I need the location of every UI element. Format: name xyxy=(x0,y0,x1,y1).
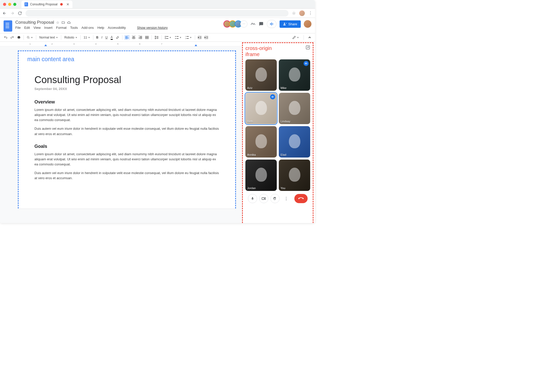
align-right-button[interactable] xyxy=(137,35,143,40)
meet-sidebar: cross-origin iframe AzizMikeBethLindsayA… xyxy=(242,42,313,223)
menu-edit[interactable]: Edit xyxy=(24,26,30,30)
italic-button[interactable]: I xyxy=(100,35,104,40)
raise-hand-button[interactable] xyxy=(270,194,280,203)
print-button[interactable] xyxy=(16,35,22,40)
align-left-button[interactable] xyxy=(124,35,130,40)
collaborator-avatars[interactable]: ⋯ xyxy=(225,20,247,28)
participant-name: Elad xyxy=(281,153,286,156)
activity-icon[interactable] xyxy=(250,22,256,26)
underline-button[interactable]: U xyxy=(104,35,109,40)
video-tile[interactable]: Beth xyxy=(245,93,277,124)
numbered-list-button[interactable]: 12▼ xyxy=(184,35,193,40)
menu-view[interactable]: View xyxy=(33,26,41,30)
video-tile[interactable]: Jordan xyxy=(245,160,277,191)
editing-mode-button[interactable]: ▼ xyxy=(291,35,300,40)
browser-tab[interactable]: Consulting Proposal ✕ xyxy=(21,1,72,8)
svg-rect-5 xyxy=(165,36,166,37)
paragraph[interactable]: Duis autem vel eum iriure dolor in hendr… xyxy=(34,171,219,181)
mute-button[interactable] xyxy=(248,194,257,203)
menu-accessibility[interactable]: Accessibility xyxy=(108,26,126,30)
participant-name: Jordan xyxy=(247,187,256,190)
account-avatar[interactable] xyxy=(304,20,311,28)
url-input[interactable] xyxy=(26,10,288,17)
zoom-dropdown[interactable]: ▼ xyxy=(25,35,34,40)
svg-text:2: 2 xyxy=(185,38,186,39)
svg-text:1: 1 xyxy=(185,36,186,37)
align-center-button[interactable] xyxy=(131,35,137,40)
comments-icon[interactable] xyxy=(259,22,264,26)
formatting-toolbar: ▼ Normal text▼ Roboto▼ 11▼ B I U A ▼ ▼ 1… xyxy=(0,33,315,42)
document-page[interactable]: main content area Consulting Proposal Se… xyxy=(18,50,236,208)
paragraph[interactable]: Lorem ipsum dolor sit amet, consectetuer… xyxy=(34,107,219,123)
window-controls xyxy=(3,3,16,6)
section-heading[interactable]: Goals xyxy=(34,144,219,149)
indent-decrease-button[interactable] xyxy=(197,35,203,40)
video-tile[interactable]: Elad xyxy=(279,126,310,158)
document-date[interactable]: September 04, 20XX xyxy=(34,87,219,91)
video-tile[interactable]: Mike xyxy=(279,59,310,91)
horizontal-ruler[interactable]: 1 2 3 4 5 6 7 xyxy=(0,42,242,46)
bold-button[interactable]: B xyxy=(95,35,100,40)
paragraph[interactable]: Lorem ipsum dolor sit amet, consectetuer… xyxy=(34,152,219,167)
nav-forward-button[interactable] xyxy=(10,11,14,15)
annotation-iframe: cross-origin iframe xyxy=(245,45,272,57)
line-spacing-button[interactable] xyxy=(153,35,160,40)
svg-rect-18 xyxy=(252,197,253,199)
version-history-link[interactable]: Show version history xyxy=(137,26,168,30)
browser-menu-button[interactable]: ⋮ xyxy=(308,11,312,16)
undo-button[interactable] xyxy=(3,35,9,40)
recording-indicator-icon xyxy=(60,3,63,6)
participant-name: Annika xyxy=(247,153,256,156)
browser-profile-avatar[interactable] xyxy=(299,10,305,16)
menu-file[interactable]: File xyxy=(15,26,21,30)
nav-back-button[interactable] xyxy=(3,11,7,15)
docs-logo-icon[interactable] xyxy=(4,20,12,32)
font-size-dropdown[interactable]: 11▼ xyxy=(82,35,92,40)
window-close[interactable] xyxy=(3,3,6,6)
tab-close-button[interactable]: ✕ xyxy=(66,2,69,6)
more-options-button[interactable]: ⋮ xyxy=(282,194,291,203)
section-heading[interactable]: Overview xyxy=(34,99,219,105)
move-folder-icon[interactable] xyxy=(61,21,65,24)
camera-button[interactable] xyxy=(259,194,268,203)
voice-typing-button[interactable] xyxy=(267,20,276,28)
hide-menus-button[interactable] xyxy=(307,35,312,40)
hangup-button[interactable] xyxy=(294,194,308,203)
checklist-button[interactable]: ▼ xyxy=(163,35,173,40)
redo-button[interactable] xyxy=(9,35,15,40)
font-dropdown[interactable]: Roboto▼ xyxy=(63,35,79,40)
paragraph[interactable]: Duis autem vel eum iriure dolor in hendr… xyxy=(34,126,219,136)
window-maximize[interactable] xyxy=(13,3,16,6)
document-title[interactable]: Consulting Proposal xyxy=(15,20,54,25)
speaking-indicator-icon xyxy=(270,94,275,99)
video-tile[interactable]: Annika xyxy=(245,126,277,158)
menu-format[interactable]: Format xyxy=(56,26,67,30)
highlight-button[interactable] xyxy=(115,35,121,40)
align-justify-button[interactable] xyxy=(144,35,150,40)
bookmark-star-icon[interactable]: ☆ xyxy=(292,11,296,16)
svg-point-8 xyxy=(175,38,176,39)
indent-increase-button[interactable] xyxy=(203,35,209,40)
paragraph-style-dropdown[interactable]: Normal text▼ xyxy=(38,35,59,40)
right-margin-marker-icon[interactable] xyxy=(195,44,197,46)
video-tile[interactable]: You xyxy=(279,160,310,191)
document-canvas[interactable]: 1 2 3 4 5 6 7 main content area Consulti… xyxy=(0,42,242,223)
svg-rect-16 xyxy=(272,96,273,98)
menu-tools[interactable]: Tools xyxy=(70,26,78,30)
svg-point-3 xyxy=(284,23,285,24)
video-tile[interactable]: Aziz xyxy=(245,59,277,91)
document-heading[interactable]: Consulting Proposal xyxy=(34,74,219,85)
svg-rect-12 xyxy=(305,63,306,64)
video-tile[interactable]: Lindsay xyxy=(279,93,310,124)
menu-help[interactable]: Help xyxy=(97,26,104,30)
nav-reload-button[interactable] xyxy=(18,11,22,15)
bulleted-list-button[interactable]: ▼ xyxy=(173,35,183,40)
window-minimize[interactable] xyxy=(8,3,11,6)
star-icon[interactable]: ☆ xyxy=(56,20,59,24)
menu-insert[interactable]: Insert xyxy=(44,26,53,30)
menu-addons[interactable]: Add-ons xyxy=(81,26,94,30)
text-color-button[interactable]: A xyxy=(109,34,114,41)
cloud-status-icon[interactable] xyxy=(67,21,71,24)
share-button[interactable]: Share xyxy=(280,20,301,28)
popout-button[interactable] xyxy=(306,45,310,50)
